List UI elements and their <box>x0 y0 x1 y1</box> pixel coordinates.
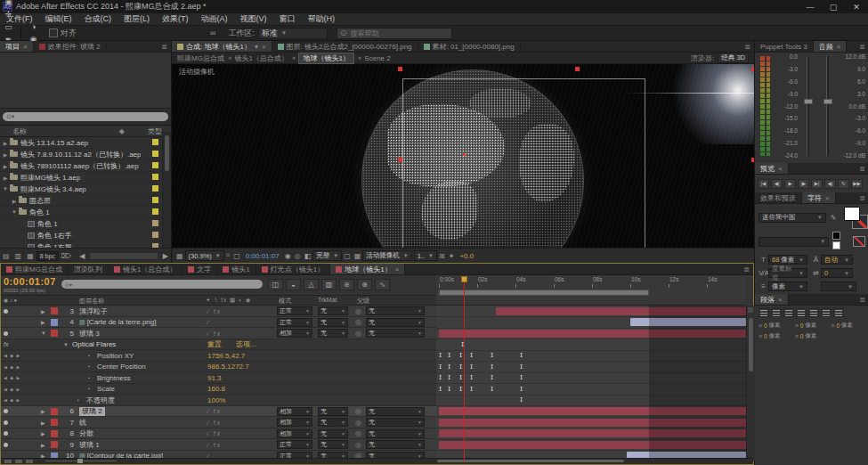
set-black-swatch[interactable] <box>832 232 840 240</box>
layer-row[interactable]: ▶3漂浮粒子∕ fx正常▼无▼◎无▼ <box>1 306 436 317</box>
timeline-graph-area[interactable]: IIIIIIIIIIIIIIIIIIIIIIIIII <box>436 306 746 461</box>
maximize-button[interactable]: ▢ <box>822 0 845 13</box>
scroll-right-icon[interactable]: ▶ <box>163 252 168 260</box>
keyframe-icon[interactable]: I <box>448 363 450 371</box>
inout-columns-icon[interactable] <box>26 460 33 463</box>
layer-color-chip[interactable] <box>51 428 59 439</box>
tab-preview[interactable]: 预览× <box>755 163 789 174</box>
panel-menu-icon[interactable]: ≣ <box>856 294 868 305</box>
keyframe-icon[interactable]: I <box>491 363 493 371</box>
stopwatch-icon[interactable]: ◔ <box>86 372 95 383</box>
playhead-line[interactable] <box>464 276 465 461</box>
ram-preview-button[interactable]: ▶▶ <box>851 179 863 189</box>
stopwatch-icon[interactable]: ◔ <box>86 362 95 372</box>
layer-row[interactable]: ▶4▨[Carte de la terre.png]∕正常▼无▼◎无▼ <box>1 317 436 329</box>
keyframe-icon[interactable]: I <box>448 374 450 381</box>
first-frame-button[interactable]: |◀ <box>758 179 769 189</box>
layer-switches[interactable]: ∕ fx <box>207 406 261 417</box>
timeline-tab-4[interactable]: 镜头1 <box>217 264 256 274</box>
layer-switches[interactable]: ∕ fx <box>207 306 261 316</box>
property-row[interactable]: ◀ ◆ ▶◔Center Position986.5,1272.7 <box>1 362 436 373</box>
layer-row[interactable]: ▶6玻璃 2∕ fx相加▼无▼◎无▼ <box>1 406 436 418</box>
always-preview-icon[interactable]: ▦ <box>176 252 183 260</box>
parent-dropdown[interactable]: 无▼ <box>366 417 425 428</box>
zoom-slider-knob[interactable] <box>77 459 83 463</box>
menu-item-c[interactable]: 合成(C) <box>78 13 118 25</box>
resolution-dropdown[interactable]: 完整▼ <box>312 250 342 261</box>
parent-pickwhip-icon[interactable]: ◎ <box>355 439 364 450</box>
sync-settings-icon[interactable]: ∞ <box>210 29 215 37</box>
breadcrumb-item[interactable]: 镜头1（总合成） <box>234 53 288 63</box>
twirl-icon[interactable]: ▶ <box>41 306 48 316</box>
layer-switches[interactable]: ∕ <box>207 317 261 328</box>
parent-pickwhip-icon[interactable]: ◎ <box>355 306 364 316</box>
video-visibility-toggle[interactable] <box>4 428 11 439</box>
parent-dropdown[interactable]: 无▼ <box>366 306 425 316</box>
twirl-icon[interactable]: ▶ <box>2 163 9 169</box>
viewer-tab-2[interactable]: 素材: 01_[0000-0080].png <box>418 41 521 52</box>
font-family-dropdown[interactable]: 迷你简中圆▼ <box>758 213 826 223</box>
video-visibility-toggle[interactable] <box>4 306 11 316</box>
justify-last-center-button[interactable] <box>808 308 819 317</box>
scroll-left-icon[interactable]: ◀ <box>79 252 85 260</box>
label-color-chip[interactable] <box>152 197 158 203</box>
view-count-dropdown[interactable]: 1..▼ <box>414 250 437 261</box>
name-column-header[interactable]: 名称 <box>12 126 27 136</box>
workspace-dropdown[interactable]: 标准▼ <box>258 28 328 39</box>
label-color-chip[interactable] <box>152 151 158 157</box>
parent-dropdown[interactable]: 无▼ <box>366 317 425 328</box>
viewer-timecode[interactable]: 0:00:01:07 <box>246 252 280 260</box>
project-item[interactable]: ▶固态层 <box>0 195 171 207</box>
twirl-icon[interactable]: ▶ <box>41 428 48 439</box>
timeline-tab-5[interactable]: 灯光点（镜头1） <box>256 264 330 274</box>
layer-row[interactable]: ▶8分散∕ fx相加▼无▼◎无▼ <box>1 428 436 440</box>
effect-row[interactable]: fx▼Optical Flares重置选项... <box>1 339 436 351</box>
menu-item-v[interactable]: 视图(V) <box>234 13 273 25</box>
property-name[interactable]: Brightness <box>97 372 195 383</box>
keyframe-navigator[interactable]: ◀ ◆ ▶ <box>4 372 30 383</box>
layer-switches[interactable]: ∕ fx <box>207 439 261 450</box>
audio-toggle-button[interactable]: ◀) <box>824 179 836 189</box>
property-name[interactable]: Scale <box>97 384 195 395</box>
stopwatch-icon[interactable]: ◔ <box>86 350 95 361</box>
fast-preview-icon[interactable]: ✦ <box>449 252 455 260</box>
twirl-icon[interactable]: ▼ <box>11 209 18 215</box>
layer-color-chip[interactable] <box>51 317 59 328</box>
timeline-hscrollbar[interactable] <box>437 460 624 462</box>
layer-row[interactable]: ▶7线∕ fx相加▼无▼◎无▼ <box>1 417 436 428</box>
property-name[interactable]: Center Position <box>97 362 195 372</box>
current-time-indicator[interactable] <box>461 276 467 282</box>
tab-puppet-tools[interactable]: Puppet Tools 3 <box>755 41 814 52</box>
magnification-dropdown[interactable]: (30.9%)▼ <box>185 250 224 261</box>
play-button[interactable]: ▶ <box>784 179 796 189</box>
tab-audio[interactable]: 音频× <box>814 41 848 52</box>
twirl-icon[interactable]: ▶ <box>2 175 9 181</box>
layer-name[interactable]: 玻璃 3 <box>79 328 204 339</box>
keyframe-icon[interactable]: I <box>459 386 462 393</box>
keyframe-icon[interactable]: I <box>448 386 450 393</box>
hide-shy-layers-icon[interactable]: △ <box>304 279 319 290</box>
trkmat-dropdown[interactable]: 无▼ <box>318 439 348 450</box>
keyframe-icon[interactable]: I <box>491 386 493 393</box>
property-value[interactable]: 100% <box>207 395 288 405</box>
panel-menu-icon[interactable]: ≣ <box>741 41 754 52</box>
property-name[interactable]: 不透明度 <box>86 395 184 405</box>
property-value[interactable]: 1759.5,42.7 <box>207 350 288 361</box>
property-value[interactable]: 91.3 <box>207 372 288 383</box>
twirl-icon[interactable]: ▼ <box>2 186 9 192</box>
project-item[interactable]: ▶熙康MG镜头 1.aep <box>0 172 171 184</box>
twirl-icon[interactable]: ▶ <box>41 317 48 328</box>
project-item[interactable]: ▶镜头 13.14.15 a2.aep <box>0 137 171 149</box>
keyframe-icon[interactable]: I <box>470 374 473 381</box>
property-row[interactable]: ◀ ◆ ▶◔Scale160.8 <box>1 384 436 396</box>
pan-behind-tool[interactable]: ✛ <box>1 8 16 20</box>
trkmat-dropdown[interactable]: 无▼ <box>318 328 348 339</box>
property-value[interactable]: 986.5,1272.7 <box>207 362 288 372</box>
project-item[interactable]: ▼角色 1 <box>0 207 171 218</box>
no-fill-swatch[interactable] <box>853 236 865 247</box>
space-after-field[interactable]: ≡0 像素 <box>795 332 830 340</box>
audio-right-slider[interactable] <box>826 56 829 156</box>
twirl-icon[interactable]: ▶ <box>41 406 48 417</box>
transparency-grid-icon[interactable]: ▦ <box>354 252 361 260</box>
kerning-dropdown[interactable]: 度量标准▼ <box>768 268 807 278</box>
